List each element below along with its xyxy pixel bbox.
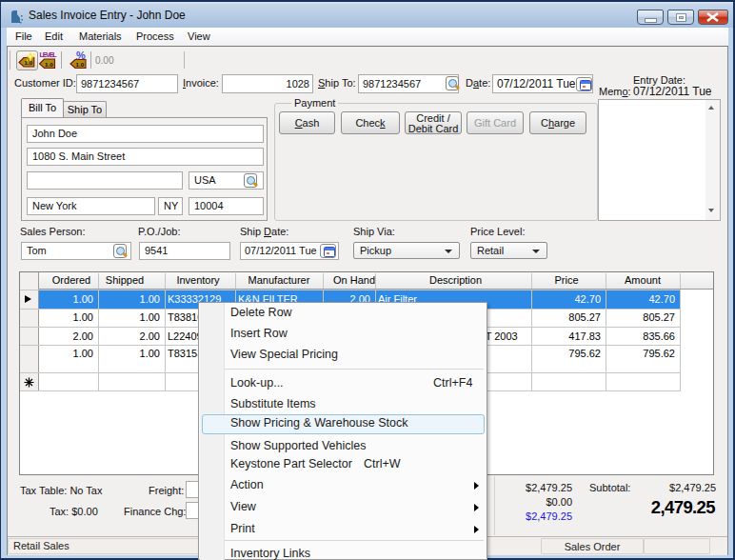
svg-text:1.0: 1.0 [45, 61, 53, 68]
svg-text:1.0: 1.0 [25, 59, 33, 66]
svg-text:1.0: 1.0 [76, 61, 85, 68]
svg-text:LEVEL: LEVEL [40, 51, 58, 58]
